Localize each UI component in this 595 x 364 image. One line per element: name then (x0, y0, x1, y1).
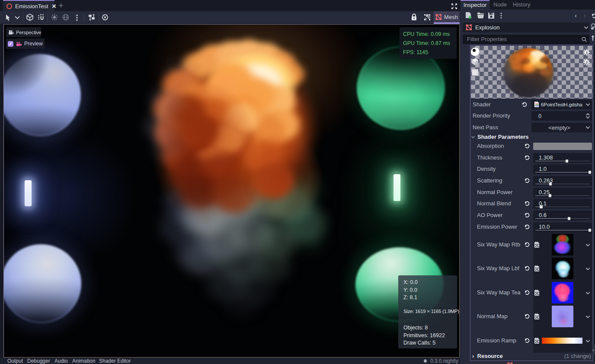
svg-text:1: 1 (586, 51, 588, 54)
svg-text:2: 2 (586, 61, 588, 64)
